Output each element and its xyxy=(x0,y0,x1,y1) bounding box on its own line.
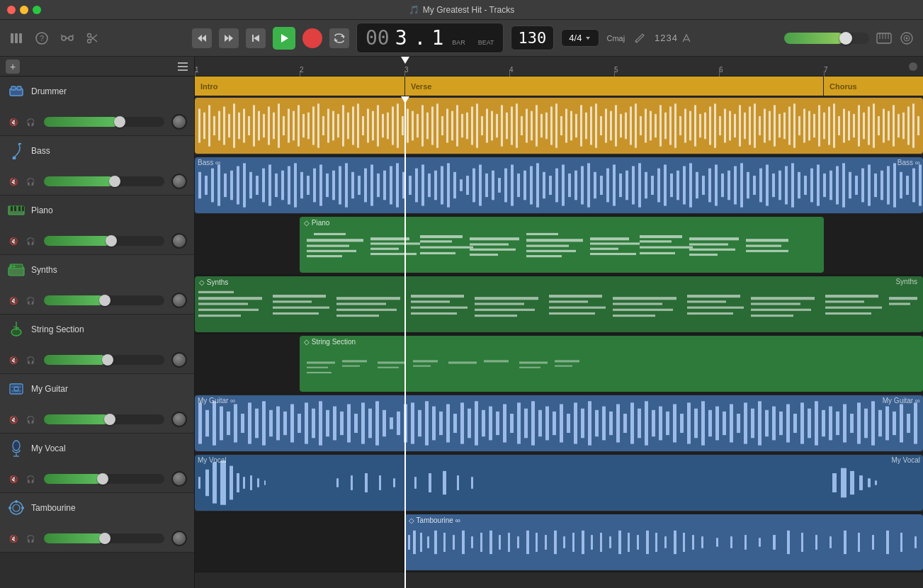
strings-solo[interactable]: 🎧 xyxy=(24,356,37,365)
svg-rect-93 xyxy=(322,116,324,135)
svg-rect-489 xyxy=(666,412,669,435)
clip-vocal[interactable] xyxy=(195,455,923,511)
tambourine-mute[interactable]: 🔇 xyxy=(7,534,20,543)
clip-tambourine[interactable]: ◇ Tambourine ∞ xyxy=(404,514,923,570)
vocal-mute[interactable]: 🔇 xyxy=(7,475,20,484)
svg-rect-581 xyxy=(674,531,676,554)
lane-synths[interactable]: Synths ◇ Synths xyxy=(195,275,923,334)
svg-point-60 xyxy=(13,441,20,451)
help-icon[interactable]: ? xyxy=(34,30,50,46)
add-track-button[interactable]: + xyxy=(6,60,20,74)
clip-piano[interactable]: ◇ Piano xyxy=(300,217,824,273)
clip-guitar[interactable] xyxy=(195,395,923,451)
strings-pan[interactable] xyxy=(171,352,187,368)
lane-tambourine[interactable]: ◇ Tambourine ∞ xyxy=(195,513,923,572)
clip-synths[interactable]: ◇ Synths xyxy=(195,276,923,332)
svg-rect-315 xyxy=(842,163,845,207)
waveform-icon[interactable] xyxy=(899,30,914,46)
lane-vocal[interactable]: My Vocal My Vocal xyxy=(195,453,923,513)
rewind-button[interactable] xyxy=(192,28,212,48)
svg-rect-340 xyxy=(420,252,455,254)
tracks-scroll[interactable]: Bass ∞ Bass ∞ xyxy=(195,96,923,588)
guitar-solo[interactable]: 🎧 xyxy=(24,415,37,424)
tempo-display[interactable]: 130 xyxy=(511,26,555,50)
svg-rect-450 xyxy=(390,417,393,429)
svg-rect-577 xyxy=(637,535,639,550)
lane-strings[interactable]: ◇ String Section xyxy=(195,334,923,394)
svg-rect-76 xyxy=(238,113,240,139)
svg-rect-114 xyxy=(426,113,429,139)
clip-bass[interactable] xyxy=(195,157,923,213)
svg-rect-460 xyxy=(460,402,464,443)
cycle-button[interactable] xyxy=(329,28,349,48)
tambourine-pan[interactable] xyxy=(171,531,187,546)
strings-fader[interactable] xyxy=(44,355,164,365)
piano-fader[interactable] xyxy=(44,236,164,246)
svg-rect-71 xyxy=(213,116,215,135)
master-volume-control[interactable] xyxy=(784,33,869,44)
master-volume-slider[interactable] xyxy=(784,33,869,44)
drummer-pan[interactable] xyxy=(171,114,187,130)
synths-pan[interactable] xyxy=(171,293,187,308)
svg-rect-276 xyxy=(594,172,596,198)
record-button[interactable] xyxy=(302,28,322,48)
synths-fader[interactable] xyxy=(44,295,164,305)
svg-rect-418 xyxy=(484,360,509,362)
go-to-start-button[interactable] xyxy=(246,28,266,48)
lane-drummer[interactable] xyxy=(195,96,923,156)
scissors-icon[interactable] xyxy=(85,30,101,46)
fast-forward-button[interactable] xyxy=(219,28,239,48)
svg-rect-553 xyxy=(420,533,422,552)
svg-rect-521 xyxy=(893,412,896,435)
synths-mute[interactable]: 🔇 xyxy=(7,296,20,305)
guitar-mute[interactable]: 🔇 xyxy=(7,415,20,424)
guitar-fader[interactable] xyxy=(44,414,164,424)
bass-fader[interactable] xyxy=(44,176,164,186)
vocal-fader[interactable] xyxy=(44,474,164,484)
vocal-pan[interactable] xyxy=(171,471,187,487)
strings-mute[interactable]: 🔇 xyxy=(7,356,20,365)
piano-pan[interactable] xyxy=(171,233,187,249)
tambourine-solo[interactable]: 🎧 xyxy=(24,534,37,543)
piano-solo[interactable]: 🎧 xyxy=(24,237,37,246)
drummer-fader[interactable] xyxy=(44,117,164,127)
drummer-solo[interactable]: 🎧 xyxy=(24,118,37,127)
svg-rect-225 xyxy=(268,164,271,205)
bass-solo[interactable]: 🎧 xyxy=(24,177,37,186)
clip-strings[interactable]: ◇ String Section xyxy=(300,336,923,392)
library-icon[interactable] xyxy=(9,30,24,46)
bass-pan[interactable] xyxy=(171,174,187,189)
vocal-solo[interactable]: 🎧 xyxy=(24,475,37,484)
svg-rect-218 xyxy=(224,174,227,197)
guitar-pan[interactable] xyxy=(171,412,187,427)
time-signature[interactable]: 4/4 xyxy=(561,29,599,47)
svg-rect-86 xyxy=(288,109,290,143)
smart-controls-icon[interactable] xyxy=(60,30,75,46)
svg-rect-220 xyxy=(237,166,239,204)
drummer-mute[interactable]: 🔇 xyxy=(7,118,20,127)
lane-guitar[interactable]: My Guitar ∞ My Guitar ∞ xyxy=(195,394,923,453)
play-button[interactable] xyxy=(273,27,295,50)
svg-rect-507 xyxy=(793,414,797,433)
svg-rect-262 xyxy=(504,169,507,203)
keyboard-icon[interactable] xyxy=(876,30,892,46)
lane-bass[interactable]: Bass ∞ Bass ∞ xyxy=(195,156,923,215)
pencil-icon[interactable] xyxy=(632,30,647,46)
list-view-icon[interactable] xyxy=(177,61,188,72)
piano-mute[interactable]: 🔇 xyxy=(7,237,20,246)
svg-rect-338 xyxy=(420,240,452,242)
lane-piano[interactable]: ◇ Piano xyxy=(195,215,923,275)
svg-rect-228 xyxy=(288,166,290,204)
svg-rect-437 xyxy=(298,414,301,433)
clip-drummer-intro[interactable] xyxy=(195,98,923,154)
bass-mute[interactable]: 🔇 xyxy=(7,177,20,186)
svg-rect-574 xyxy=(609,536,611,548)
master-volume-knob[interactable] xyxy=(839,32,852,45)
close-button[interactable] xyxy=(7,6,16,14)
svg-rect-83 xyxy=(273,113,275,139)
synths-solo[interactable]: 🎧 xyxy=(24,296,37,305)
maximize-button[interactable] xyxy=(33,6,41,14)
minimize-button[interactable] xyxy=(20,6,28,14)
key-display[interactable]: Cmaj xyxy=(606,34,625,43)
tambourine-fader[interactable] xyxy=(44,533,164,543)
